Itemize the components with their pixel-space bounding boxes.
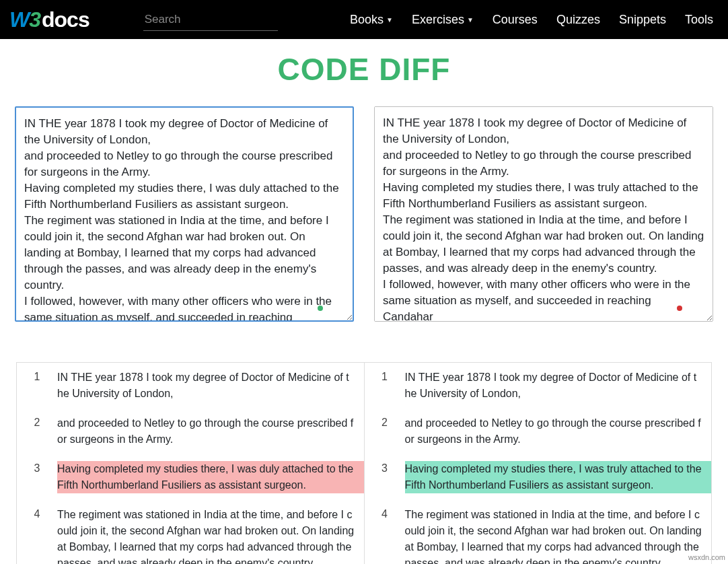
nav-links: Books▼Exercises▼CoursesQuizzesSnippetsTo… xyxy=(350,13,719,27)
line-number: 4 xyxy=(365,507,405,520)
line-text: The regiment was stationed in India at t… xyxy=(405,507,712,564)
chevron-down-icon: ▼ xyxy=(467,16,474,24)
diff-row: 3Having completed my studies there, I wa… xyxy=(365,454,712,500)
right-textarea[interactable] xyxy=(374,106,713,322)
left-textarea[interactable] xyxy=(15,106,354,322)
status-dot-icon xyxy=(677,306,682,311)
search-input[interactable] xyxy=(143,9,278,31)
diff-row: 4The regiment was stationed in India at … xyxy=(365,500,712,564)
line-text: IN THE year 1878 I took my degree of Doc… xyxy=(57,369,364,402)
watermark: wsxdn.com xyxy=(688,553,725,561)
diff-row: 3Having completed my studies there, I wa… xyxy=(17,454,364,500)
nav-item-books[interactable]: Books▼ xyxy=(350,13,393,27)
nav-item-tools[interactable]: Tools xyxy=(685,13,713,27)
diff-row: 4The regiment was stationed in India at … xyxy=(17,500,364,564)
nav-item-exercises[interactable]: Exercises▼ xyxy=(412,13,474,27)
right-pane xyxy=(374,106,713,324)
line-text: Having completed my studies there, I was… xyxy=(405,461,712,493)
nav-item-courses[interactable]: Courses xyxy=(493,13,538,27)
diff-row: 1IN THE year 1878 I took my degree of Do… xyxy=(17,363,364,409)
diff-row: 2and proceeded to Netley to go through t… xyxy=(17,409,364,454)
diff-right-column: 1IN THE year 1878 I took my degree of Do… xyxy=(364,363,712,564)
page-title: CODE DIFF xyxy=(0,51,728,87)
logo[interactable]: W3docs xyxy=(9,7,89,32)
input-panes xyxy=(0,106,728,324)
line-number: 2 xyxy=(17,415,57,429)
nav-item-snippets[interactable]: Snippets xyxy=(619,13,666,27)
line-number: 2 xyxy=(365,415,405,429)
line-text: Having completed my studies there, I was… xyxy=(57,461,364,493)
diff-row: 2and proceeded to Netley to go through t… xyxy=(365,409,712,454)
left-pane xyxy=(15,106,354,324)
line-number: 4 xyxy=(17,507,57,520)
diff-left-column: 1IN THE year 1878 I took my degree of Do… xyxy=(17,363,364,564)
line-number: 1 xyxy=(365,369,405,383)
status-dot-icon xyxy=(318,306,323,311)
line-number: 3 xyxy=(17,461,57,474)
chevron-down-icon: ▼ xyxy=(386,16,393,24)
line-text: and proceeded to Netley to go through th… xyxy=(405,415,712,448)
diff-row: 1IN THE year 1878 I took my degree of Do… xyxy=(365,363,712,409)
line-text: and proceeded to Netley to go through th… xyxy=(57,415,364,448)
line-text: IN THE year 1878 I took my degree of Doc… xyxy=(405,369,712,402)
nav-item-quizzes[interactable]: Quizzes xyxy=(556,13,600,27)
navbar: W3docs Books▼Exercises▼CoursesQuizzesSni… xyxy=(0,0,728,39)
line-text: The regiment was stationed in India at t… xyxy=(57,507,364,564)
search-wrap xyxy=(143,9,278,31)
diff-output: 1IN THE year 1878 I took my degree of Do… xyxy=(16,362,712,564)
line-number: 3 xyxy=(365,461,405,474)
line-number: 1 xyxy=(17,369,57,383)
